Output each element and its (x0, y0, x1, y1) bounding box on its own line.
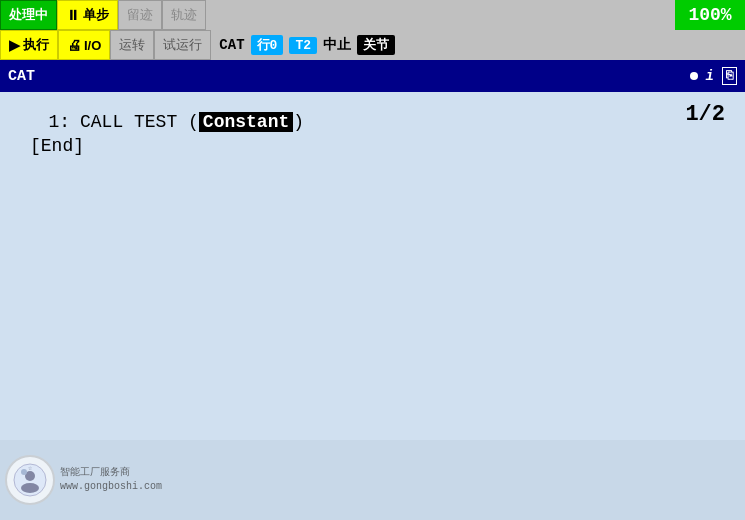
svg-point-2 (21, 483, 39, 493)
execute-button[interactable]: ▶ 执行 (0, 30, 58, 60)
percent-display: 100% (675, 0, 745, 30)
toolbar-spacer1 (206, 0, 675, 30)
percent-value: 100% (688, 5, 731, 25)
processing-label: 处理中 (9, 6, 48, 24)
title-bar-actions: i ⎘ (690, 67, 737, 85)
end-label: [End] (30, 136, 84, 156)
title-bar: CAT i ⎘ (0, 60, 745, 92)
watermark-tagline: 智能工厂服务商 (60, 466, 162, 480)
toolbar-row2: ▶ 执行 🖨 I/O 运转 试运行 CAT 行0 T2 中止 关节 (0, 30, 745, 60)
code-suffix: ) (293, 112, 304, 132)
code-line-1: 1: CALL TEST (Constant) (20, 112, 725, 132)
step-icon: ⏸ (66, 7, 80, 23)
status-t2: T2 (289, 37, 317, 54)
svg-point-3 (21, 469, 27, 475)
playback-button[interactable]: 轨迹 (162, 0, 206, 30)
toolbar-row1: 处理中 ⏸ 单步 留迹 轨迹 100% (0, 0, 745, 30)
trial-button[interactable]: 试运行 (154, 30, 211, 60)
title-bar-dot (690, 72, 698, 80)
status-stop: 中止 (323, 36, 351, 54)
watermark: ☆ 智能工厂服务商 www.gongboshi.com (0, 440, 180, 520)
run-button[interactable]: 运转 (110, 30, 154, 60)
io-icon: 🖨 (67, 37, 81, 53)
code-content-1: CALL TEST (Constant) (80, 112, 304, 132)
processing-button[interactable]: 处理中 (0, 0, 57, 30)
page-number: 1/2 (685, 102, 725, 127)
watermark-site: www.gongboshi.com (60, 480, 162, 494)
status-joint: 关节 (357, 35, 395, 55)
execute-label: 执行 (23, 36, 49, 54)
code-highlight: Constant (199, 112, 293, 132)
code-line-end: [End] (20, 136, 725, 156)
expand-icon[interactable]: ⎘ (722, 67, 737, 85)
record-button[interactable]: 留迹 (118, 0, 162, 30)
trial-label: 试运行 (163, 36, 202, 54)
main-content: 1/2 1: CALL TEST (Constant) [End] (0, 92, 745, 440)
record-label: 留迹 (127, 6, 153, 24)
code-area: 1: CALL TEST (Constant) [End] (20, 112, 725, 156)
run-label: 运转 (119, 36, 145, 54)
step-label: 单步 (83, 6, 109, 24)
status-bar: CAT 行0 T2 中止 关节 (211, 30, 745, 60)
execute-icon: ▶ (9, 37, 20, 53)
window-title: CAT (8, 68, 35, 85)
step-button[interactable]: ⏸ 单步 (57, 0, 118, 30)
io-button[interactable]: 🖨 I/O (58, 30, 110, 60)
status-row: 行0 (251, 35, 284, 55)
code-prefix: CALL TEST ( (80, 112, 199, 132)
watermark-logo: ☆ (5, 455, 55, 505)
line-number-1: 1: (20, 112, 70, 132)
playback-label: 轨迹 (171, 6, 197, 24)
io-label: I/O (84, 38, 101, 53)
info-icon[interactable]: i (706, 68, 714, 84)
watermark-text: 智能工厂服务商 www.gongboshi.com (60, 466, 162, 494)
status-cat: CAT (219, 37, 244, 53)
